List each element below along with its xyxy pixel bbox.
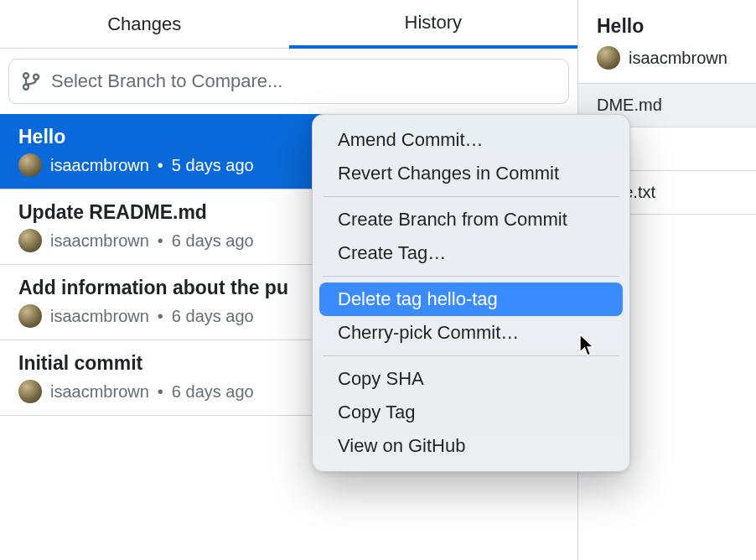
meta-sep: • — [158, 156, 163, 175]
svg-point-2 — [34, 75, 39, 80]
commit-author: isaacmbrown — [50, 307, 149, 326]
menu-item[interactable]: Copy SHA — [319, 362, 623, 396]
svg-point-0 — [23, 73, 28, 78]
menu-item[interactable]: View on GitHub — [319, 429, 623, 463]
avatar — [18, 153, 42, 177]
avatar — [18, 380, 42, 403]
menu-item[interactable]: Revert Changes in Commit — [319, 157, 623, 190]
git-branch-icon — [21, 71, 41, 91]
commit-time: 6 days ago — [172, 382, 254, 402]
commit-author: isaacmbrown — [50, 382, 149, 402]
meta-sep: • — [158, 231, 163, 251]
menu-item[interactable]: Copy Tag — [319, 396, 623, 429]
menu-item[interactable]: Cherry-pick Commit… — [319, 316, 623, 350]
commit-time: 6 days ago — [172, 307, 254, 326]
tab-history[interactable]: History — [289, 0, 578, 49]
meta-sep: • — [158, 307, 163, 326]
detail-title: Hello — [578, 15, 756, 46]
meta-sep: • — [158, 382, 163, 402]
menu-separator — [323, 276, 619, 277]
avatar — [597, 46, 620, 70]
detail-author-name: isaacmbrown — [629, 49, 728, 68]
commit-time: 6 days ago — [172, 231, 254, 251]
commit-author: isaacmbrown — [50, 231, 149, 251]
menu-item[interactable]: Create Tag… — [319, 236, 623, 270]
detail-author: isaacmbrown — [578, 46, 756, 83]
menu-separator — [323, 355, 619, 356]
menu-item[interactable]: Amend Commit… — [319, 123, 623, 157]
avatar — [18, 229, 42, 252]
compare-placeholder: Select Branch to Compare... — [51, 70, 282, 92]
tab-changes[interactable]: Changes — [0, 0, 289, 49]
commit-time: 5 days ago — [172, 156, 254, 175]
menu-item[interactable]: Create Branch from Commit — [319, 203, 623, 236]
tabs: Changes History — [0, 0, 577, 49]
menu-separator — [323, 196, 619, 197]
compare-branch-selector[interactable]: Select Branch to Compare... — [8, 59, 569, 104]
avatar — [18, 304, 42, 328]
menu-item[interactable]: Delete tag hello-tag — [319, 283, 623, 316]
commit-context-menu: Amend Commit…Revert Changes in CommitCre… — [312, 114, 630, 472]
commit-author: isaacmbrown — [50, 156, 149, 175]
